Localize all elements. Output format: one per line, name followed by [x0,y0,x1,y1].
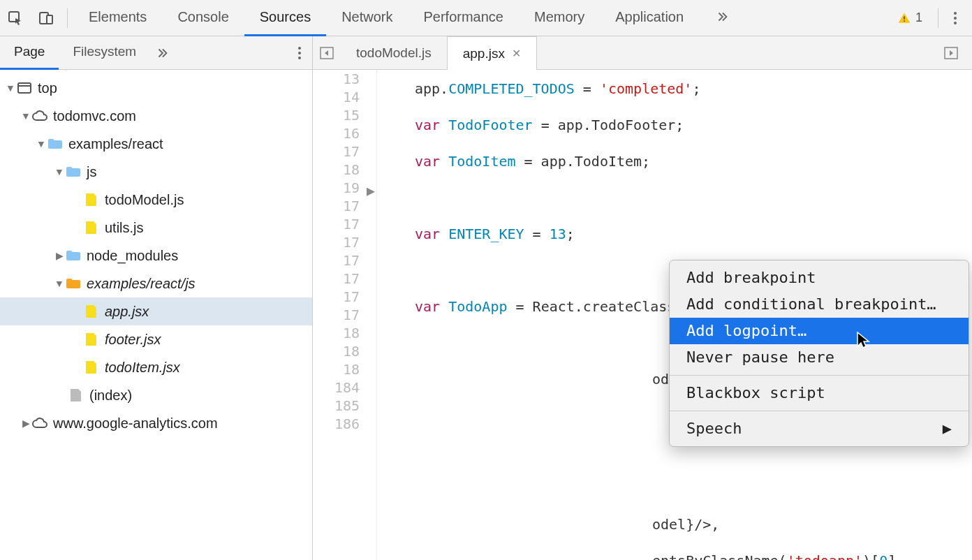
document-icon [67,388,85,402]
cloud-icon [31,418,49,429]
tree-label: examples/react/js [87,276,196,292]
svg-point-9 [298,52,301,54]
kebab-menu-icon[interactable] [947,10,964,27]
tab-application[interactable]: Application [600,0,699,36]
sidebar-tab-filesystem[interactable]: Filesystem [59,36,150,70]
js-file-icon [82,193,101,207]
folder-icon [64,166,82,177]
tree-file-index[interactable]: (index) [0,381,312,409]
file-tree: ▼ top ▼ todomvc.com ▼ examples/react ▼ j… [0,70,312,560]
tree-label: top [38,80,57,96]
tree-node-folder-js[interactable]: ▼ js [0,158,312,186]
divider [938,8,938,28]
devtools-panel-tabs: Elements Console Sources Network Perform… [73,0,890,36]
tree-label: todomvc.com [53,108,136,124]
svg-rect-4 [904,20,905,22]
warning-badge[interactable]: 1 [890,10,929,25]
sidebar-kebab-icon[interactable] [297,45,302,61]
svg-point-10 [298,57,301,59]
close-icon[interactable]: ✕ [512,47,521,60]
device-mode-icon[interactable] [31,0,61,36]
tab-console[interactable]: Console [162,0,244,36]
tree-label: www.google-analytics.com [53,415,218,432]
sources-sidebar: Page Filesystem ▼ top ▼ todomvc.com ▼ [0,36,313,560]
tab-memory[interactable]: Memory [519,0,600,36]
divider [67,8,68,28]
window-icon [15,82,34,94]
ctx-add-logpoint[interactable]: Add logpoint… [670,318,969,344]
nav-forward-icon[interactable] [937,45,965,61]
main-split: Page Filesystem ▼ top ▼ todomvc.com ▼ [0,36,972,560]
folder-icon [64,250,82,261]
js-file-icon [82,221,101,235]
toolbar-right: 1 [890,8,972,28]
editor-tab-label: todoModel.js [356,45,432,61]
tree-file-utils[interactable]: utils.js [0,214,312,242]
tree-file-todomodel[interactable]: todoModel.js [0,186,312,214]
tab-sources[interactable]: Sources [244,0,326,36]
tree-label: node_modules [87,248,178,264]
editor-tab-app-jsx[interactable]: app.jsx ✕ [447,36,537,70]
ctx-add-breakpoint[interactable]: Add breakpoint [670,265,969,291]
submenu-arrow-icon: ▶ [943,420,952,438]
tree-node-node-modules[interactable]: ▶ node_modules [0,242,312,270]
svg-point-8 [298,47,301,50]
editor-tabs: todoModel.js app.jsx ✕ [313,36,972,70]
tab-performance[interactable]: Performance [408,0,520,36]
ctx-blackbox-script[interactable]: Blackbox script [670,380,969,406]
tree-label: js [87,164,96,180]
tree-label: utils.js [105,220,144,236]
tree-file-app-jsx[interactable]: app.jsx [0,297,312,325]
devtools-toolbar: Elements Console Sources Network Perform… [0,0,972,36]
nav-back-icon[interactable] [313,45,341,61]
code-editor[interactable]: 13 14 15 16 17 18 19▶ 17 17 17 17 17 17 … [313,70,972,560]
tree-file-footer-jsx[interactable]: footer.jsx [0,325,312,353]
tree-node-top[interactable]: ▼ top [0,74,312,102]
tree-label: todoModel.js [105,192,184,208]
editor-tab-label: app.jsx [463,46,505,61]
svg-point-5 [954,12,957,15]
js-file-icon [82,304,101,318]
tab-elements[interactable]: Elements [73,0,162,36]
svg-point-6 [954,17,957,20]
svg-point-7 [954,22,957,24]
tab-network[interactable]: Network [326,0,408,36]
tree-node-domain-ga[interactable]: ▶ www.google-analytics.com [0,409,312,437]
js-file-icon [82,332,101,346]
menu-separator [670,375,969,376]
editor-tab-todomodel[interactable]: todoModel.js [341,36,447,70]
svg-rect-2 [47,15,52,24]
tree-label: examples/react [68,136,163,152]
js-file-icon [82,360,101,374]
tree-label: (index) [89,388,132,404]
more-tabs-chevron-icon[interactable] [699,0,745,36]
svg-rect-3 [904,16,905,19]
sidebar-tabs: Page Filesystem [0,36,312,70]
fold-arrow-icon[interactable]: ▶ [367,182,375,200]
source-folder-icon [64,278,82,289]
code-editor-pane: todoModel.js app.jsx ✕ 13 14 15 16 17 18… [313,36,972,560]
ctx-add-conditional-breakpoint[interactable]: Add conditional breakpoint… [670,291,969,318]
tree-node-domain[interactable]: ▼ todomvc.com [0,102,312,130]
gutter-context-menu: Add breakpoint Add conditional breakpoin… [669,260,969,447]
tree-label: todoItem.jsx [105,360,180,376]
tree-label: footer.jsx [105,332,161,348]
tree-file-todoitem-jsx[interactable]: todoItem.jsx [0,353,312,381]
tree-label: app.jsx [105,304,149,320]
tree-node-folder[interactable]: ▼ examples/react [0,130,312,158]
line-gutter[interactable]: 13 14 15 16 17 18 19▶ 17 17 17 17 17 17 … [313,70,377,560]
sidebar-tab-page[interactable]: Page [0,36,59,70]
warning-count: 1 [915,10,922,25]
ctx-speech-submenu[interactable]: Speech▶ [670,415,969,442]
inspect-icon[interactable] [0,0,31,36]
menu-separator [670,411,969,411]
svg-rect-11 [18,83,31,93]
ctx-never-pause-here[interactable]: Never pause here [670,344,969,371]
folder-icon [46,138,64,149]
sidebar-more-chevron-icon[interactable] [154,45,170,61]
tree-node-source-folder[interactable]: ▼ examples/react/js [0,270,312,297]
cloud-icon [31,110,49,121]
